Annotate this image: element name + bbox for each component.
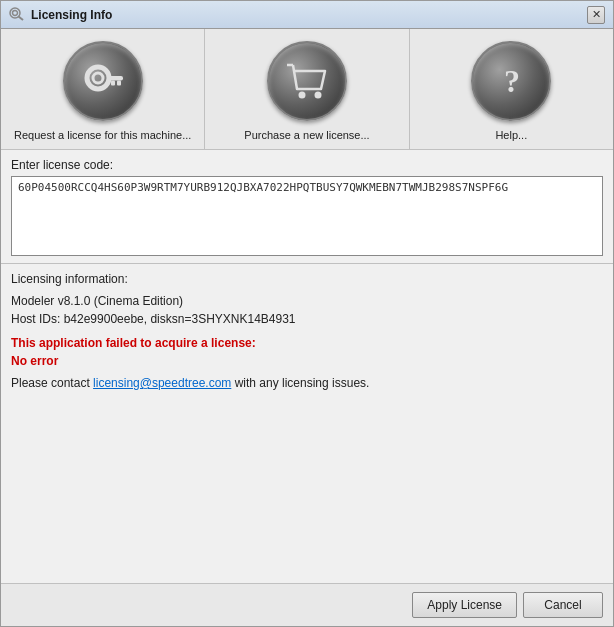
license-code-input[interactable] — [11, 176, 603, 256]
version-line: Modeler v8.1.0 (Cinema Edition) — [11, 292, 603, 310]
svg-rect-6 — [117, 81, 121, 86]
dialog-window: Licensing Info ✕ Request a license for t… — [0, 0, 614, 627]
key-icon — [78, 56, 128, 106]
error-line2: No error — [11, 354, 58, 368]
dialog-content: Request a license for this machine... Pu… — [1, 29, 613, 626]
cart-icon-circle — [267, 41, 347, 121]
host-line: Host IDs: b42e9900eebe, disksn=3SHYXNK14… — [11, 310, 603, 328]
close-button[interactable]: ✕ — [587, 6, 605, 24]
contact-pre: Please contact — [11, 376, 93, 390]
info-section: Licensing information: Modeler v8.1.0 (C… — [1, 263, 613, 583]
svg-point-1 — [13, 10, 18, 15]
licensing-info-label: Licensing information: — [11, 272, 603, 286]
svg-line-2 — [19, 16, 24, 20]
purchase-license-label: Purchase a new license... — [244, 129, 369, 141]
request-license-button[interactable]: Request a license for this machine... — [1, 29, 205, 149]
apply-license-button[interactable]: Apply License — [412, 592, 517, 618]
svg-point-4 — [93, 73, 103, 83]
license-section: Enter license code: — [1, 150, 613, 263]
purchase-license-button[interactable]: Purchase a new license... — [205, 29, 409, 149]
svg-rect-7 — [111, 81, 115, 86]
error-text: This application failed to acquire a lic… — [11, 334, 603, 370]
svg-text:?: ? — [504, 63, 520, 99]
svg-point-9 — [298, 92, 305, 99]
svg-point-3 — [87, 67, 109, 89]
icons-row: Request a license for this machine... Pu… — [1, 29, 613, 150]
cart-icon — [281, 55, 333, 107]
cancel-button[interactable]: Cancel — [523, 592, 603, 618]
help-label: Help... — [495, 129, 527, 141]
title-bar: Licensing Info ✕ — [1, 1, 613, 29]
request-license-label: Request a license for this machine... — [14, 129, 191, 141]
help-icon: ? — [486, 56, 536, 106]
error-line1: This application failed to acquire a lic… — [11, 336, 256, 350]
help-button[interactable]: ? Help... — [410, 29, 613, 149]
window-title: Licensing Info — [31, 8, 587, 22]
key-icon-circle — [63, 41, 143, 121]
help-icon-circle: ? — [471, 41, 551, 121]
contact-text: Please contact licensing@speedtree.com w… — [11, 376, 603, 390]
button-row: Apply License Cancel — [1, 583, 613, 626]
contact-email-link[interactable]: licensing@speedtree.com — [93, 376, 231, 390]
svg-point-10 — [314, 92, 321, 99]
svg-rect-5 — [107, 76, 123, 81]
window-icon — [9, 7, 25, 23]
license-code-label: Enter license code: — [11, 158, 603, 172]
contact-post: with any licensing issues. — [231, 376, 369, 390]
